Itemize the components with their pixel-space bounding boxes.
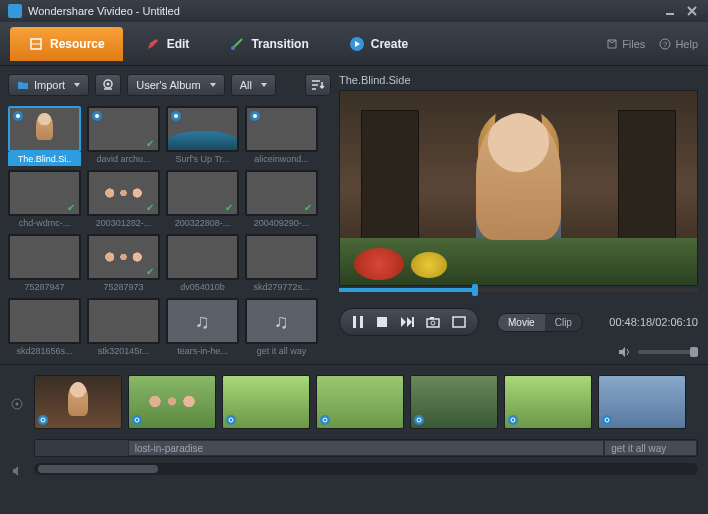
thumb-image	[8, 298, 81, 344]
thumb-label: skd281656s...	[8, 344, 81, 358]
thumb-label: david archu...	[87, 152, 160, 166]
video-badge-icon	[91, 110, 103, 122]
thumb-image: ✔	[166, 170, 239, 216]
volume-slider[interactable]	[638, 350, 698, 354]
media-thumb[interactable]: stk320145r...	[87, 298, 160, 358]
preview-progress[interactable]	[339, 288, 698, 292]
thumb-label: The.Blind.Si..	[8, 152, 81, 166]
media-thumb[interactable]: ✔75287973	[87, 234, 160, 294]
timeline-clip[interactable]	[410, 375, 498, 429]
check-icon: ✔	[146, 138, 156, 148]
minimize-button[interactable]	[662, 3, 678, 19]
media-thumb[interactable]: ♫tears-in-he...	[166, 298, 239, 358]
timeline-clip[interactable]	[128, 375, 216, 429]
viewmode-clip[interactable]: Clip	[545, 314, 582, 331]
media-thumb[interactable]: skd279772s...	[245, 234, 318, 294]
link-icon	[37, 414, 49, 426]
svg-text:?: ?	[663, 40, 668, 49]
media-thumb[interactable]: ♫get it all way	[245, 298, 318, 358]
fullscreen-button[interactable]	[452, 316, 466, 328]
tab-resource[interactable]: Resource	[10, 27, 123, 61]
progress-handle[interactable]	[472, 284, 478, 296]
media-thumb[interactable]: skd281656s...	[8, 298, 81, 358]
svg-rect-25	[377, 317, 387, 327]
video-badge-icon	[170, 110, 182, 122]
timeline-scrollbar[interactable]	[34, 463, 698, 475]
thumb-image: ✔	[166, 106, 239, 152]
help-icon: ?	[659, 38, 671, 50]
svg-rect-23	[353, 316, 356, 328]
pause-button[interactable]	[352, 315, 364, 329]
tab-transition[interactable]: Transition	[211, 27, 326, 61]
video-badge-icon	[12, 110, 24, 122]
chevron-down-icon	[210, 83, 216, 87]
thumb-label: stk320145r...	[87, 344, 160, 358]
media-thumb[interactable]: The.Blind.Si..	[8, 106, 81, 166]
svg-point-28	[431, 321, 435, 325]
close-button[interactable]	[684, 3, 700, 19]
album-dropdown[interactable]: User's Album	[127, 74, 224, 96]
thumb-label: 200301282-...	[87, 216, 160, 230]
svg-point-34	[132, 415, 142, 425]
thumb-image: ✔	[87, 106, 160, 152]
timeline-clip[interactable]	[316, 375, 404, 429]
check-icon: ✔	[304, 202, 314, 212]
media-thumb[interactable]: ✔Surf's Up Tr...	[166, 106, 239, 166]
thumb-image: ✔	[87, 170, 160, 216]
svg-point-22	[253, 114, 257, 118]
thumb-image	[8, 234, 81, 280]
thumb-label: skd279772s...	[245, 280, 318, 294]
link-icon	[131, 414, 143, 426]
check-icon: ✔	[67, 202, 77, 212]
media-thumb[interactable]: ✔200322808-...	[166, 170, 239, 230]
files-link[interactable]: Files	[606, 38, 645, 50]
media-thumb[interactable]: dv054010b	[166, 234, 239, 294]
media-thumb[interactable]: aliceinwond...	[245, 106, 318, 166]
media-thumb[interactable]: ✔200409290-...	[245, 170, 318, 230]
media-thumb[interactable]: ✔200301282-...	[87, 170, 160, 230]
media-thumb[interactable]: 75287947	[8, 234, 81, 294]
viewmode-movie[interactable]: Movie	[498, 314, 545, 331]
timeline-clip[interactable]	[222, 375, 310, 429]
link-icon	[319, 414, 331, 426]
link-icon	[601, 414, 613, 426]
svg-point-18	[95, 114, 99, 118]
tab-label: Edit	[167, 37, 190, 51]
snapshot-button[interactable]	[426, 316, 440, 328]
filter-dropdown[interactable]: All	[231, 74, 276, 96]
check-icon: ✔	[225, 138, 235, 148]
audio-clip[interactable]: get it all way	[604, 440, 697, 456]
svg-point-37	[414, 415, 424, 425]
next-button[interactable]	[400, 316, 414, 328]
volume-icon[interactable]	[618, 346, 632, 358]
webcam-button[interactable]	[95, 74, 121, 96]
tab-label: Resource	[50, 37, 105, 51]
resource-icon	[28, 36, 44, 52]
thumb-label: 75287973	[87, 280, 160, 294]
audio-track[interactable]: lost-in-paradiseget it all way	[34, 439, 698, 457]
stop-button[interactable]	[376, 316, 388, 328]
help-link[interactable]: ? Help	[659, 38, 698, 50]
preview-viewport[interactable]	[339, 90, 698, 286]
thumb-image: ✔	[8, 170, 81, 216]
tab-edit[interactable]: Edit	[127, 27, 208, 61]
import-button[interactable]: Import	[8, 74, 89, 96]
audio-clip[interactable]: lost-in-paradise	[128, 440, 605, 456]
timeline-clip[interactable]	[598, 375, 686, 429]
media-thumb[interactable]: ✔david archu...	[87, 106, 160, 166]
link-icon	[413, 414, 425, 426]
sort-icon	[311, 79, 325, 91]
timeline-clip[interactable]	[34, 375, 122, 429]
thumb-image	[245, 106, 318, 152]
tab-label: Transition	[251, 37, 308, 51]
svg-rect-30	[453, 317, 465, 327]
svg-rect-24	[360, 316, 363, 328]
media-thumb[interactable]: ✔chd-wdmc-...	[8, 170, 81, 230]
tab-create[interactable]: Create	[331, 27, 426, 61]
svg-rect-29	[430, 317, 434, 319]
thumb-image: ♫	[245, 298, 318, 344]
transition-icon	[229, 36, 245, 52]
timeline-clip[interactable]	[504, 375, 592, 429]
thumb-image	[87, 298, 160, 344]
sort-button[interactable]	[305, 74, 331, 96]
